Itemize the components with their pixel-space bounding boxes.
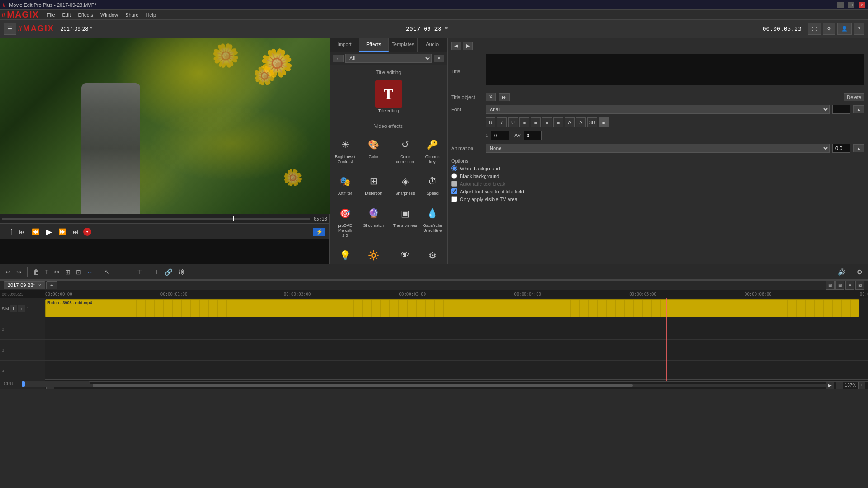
- align-justify-button[interactable]: ≡: [553, 117, 563, 127]
- scrollbar-thumb[interactable]: [93, 384, 633, 387]
- font-outline-btn[interactable]: 3D: [587, 117, 597, 127]
- close-button[interactable]: ✕: [859, 2, 865, 8]
- title-btn[interactable]: T: [43, 267, 51, 277]
- delete-button[interactable]: Delete: [844, 93, 864, 101]
- animation-amount-up[interactable]: ▲: [853, 144, 864, 152]
- step-back-button[interactable]: ⏪: [30, 227, 41, 236]
- maximize-button[interactable]: □: [848, 2, 854, 8]
- menu-help[interactable]: Help: [142, 11, 160, 19]
- zoom-out-btn[interactable]: −: [836, 382, 843, 389]
- close-tab-button[interactable]: ×: [38, 282, 41, 288]
- select-button[interactable]: ↖: [103, 267, 112, 277]
- effect-linsenreflexion[interactable]: 🔆 Linsenreflexion: [359, 243, 389, 264]
- bold-button[interactable]: B: [486, 117, 495, 127]
- font-size-btn[interactable]: A: [565, 117, 575, 127]
- view-btn-4[interactable]: ⊠: [855, 281, 864, 290]
- tab-audio[interactable]: Audio: [418, 38, 447, 52]
- align-left-button[interactable]: ≡: [519, 117, 529, 127]
- delete-clip-button[interactable]: 🗑: [31, 267, 41, 277]
- preview-scrubber[interactable]: 05:23: [0, 214, 329, 223]
- play-button[interactable]: ▶: [44, 226, 54, 238]
- slide-button[interactable]: ⊤: [135, 267, 144, 277]
- redo-button[interactable]: ↪: [14, 267, 24, 277]
- tab-import[interactable]: Import: [330, 38, 359, 52]
- auto-text-break-check[interactable]: [451, 181, 457, 187]
- zoom-in-btn[interactable]: +: [858, 382, 865, 389]
- category-dropdown[interactable]: All: [345, 54, 432, 63]
- title-preview-box[interactable]: [486, 54, 864, 85]
- effect-prodad[interactable]: 🎯 proDAD Mercalli 2.0: [334, 201, 357, 241]
- font-color-btn[interactable]: ■: [599, 117, 609, 127]
- underline-button[interactable]: U: [508, 117, 518, 127]
- font-select[interactable]: Arial: [486, 105, 830, 114]
- menu-file[interactable]: File: [43, 11, 59, 19]
- group-button[interactable]: ⊞: [63, 267, 72, 277]
- scroll-right-btn[interactable]: ▶: [826, 382, 834, 389]
- step-forward-button[interactable]: ⏩: [57, 227, 68, 236]
- animation-amount[interactable]: [832, 144, 850, 153]
- timeline-bar[interactable]: [2, 218, 310, 220]
- minimize-button[interactable]: ─: [837, 2, 844, 8]
- effect-transformers[interactable]: ▣ Transformers: [391, 201, 420, 241]
- help-button-toolbar[interactable]: ?: [854, 23, 864, 35]
- animation-select[interactable]: None: [486, 144, 830, 153]
- volume-button[interactable]: 🔊: [836, 267, 847, 277]
- track-height-btn[interactable]: ↕: [18, 305, 25, 312]
- black-bg-radio[interactable]: [451, 173, 457, 179]
- effect-chroma-key[interactable]: 🔑 Chroma key: [422, 132, 443, 168]
- hamburger-button[interactable]: ☰: [4, 23, 16, 35]
- menu-window[interactable]: Window: [97, 11, 122, 19]
- align-center-button[interactable]: ≡: [531, 117, 541, 127]
- transition-button[interactable]: ⊡: [74, 267, 83, 277]
- title-editing-item[interactable]: T Title editing: [375, 80, 402, 113]
- tab-effects[interactable]: Effects: [359, 38, 389, 52]
- effect-brightness[interactable]: ☀ Brightness/Contrast: [334, 132, 357, 168]
- cut-button[interactable]: ✂: [52, 267, 61, 277]
- menu-effects[interactable]: Effects: [75, 11, 97, 19]
- back-button[interactable]: ←: [333, 55, 344, 62]
- font-size-up[interactable]: ▲: [853, 105, 864, 113]
- video-clip[interactable]: Robin - 3908 - edit.mp4: [45, 299, 859, 317]
- menu-edit[interactable]: Edit: [59, 11, 75, 19]
- effect-general[interactable]: ⚙ General options: [422, 243, 443, 264]
- link-button[interactable]: 🔗: [163, 267, 174, 277]
- effect-color-correction[interactable]: ↺ Color correction: [391, 132, 420, 168]
- record-button[interactable]: ●: [83, 228, 91, 236]
- effect-speed[interactable]: ⏱ Speed: [422, 169, 443, 199]
- title-object-btn2[interactable]: ⏭: [499, 93, 510, 101]
- view-btn-3[interactable]: ≡: [845, 281, 854, 290]
- unlink-button[interactable]: ⛓: [176, 267, 186, 277]
- next-frame-button[interactable]: ⏭: [71, 227, 80, 236]
- split-button[interactable]: ⊥: [152, 267, 161, 277]
- visible-tv-check[interactable]: [451, 196, 457, 202]
- dropdown-arrow[interactable]: ▼: [434, 55, 444, 62]
- timeline-ruler[interactable]: 00:00:00:00 00:00:01:00 00:00:02:00 00:0…: [45, 290, 868, 298]
- italic-button[interactable]: I: [497, 117, 507, 127]
- view-btn-2[interactable]: ⊞: [835, 281, 844, 290]
- undo-button[interactable]: ↩: [4, 267, 13, 277]
- font-size-input[interactable]: 0: [832, 105, 850, 114]
- prev-frame-button[interactable]: ⏮: [17, 227, 27, 236]
- account-button[interactable]: 👤: [837, 23, 852, 35]
- scrollbar-track[interactable]: [54, 384, 826, 387]
- props-nav-left[interactable]: ◀: [451, 42, 461, 50]
- char-spacing-input[interactable]: [524, 131, 542, 140]
- view-btn-1[interactable]: ⊟: [826, 281, 835, 290]
- effect-gaussche[interactable]: 💧 Gaus'sche Unschärfe: [422, 201, 443, 241]
- align-right-button[interactable]: ≡: [542, 117, 552, 127]
- line-spacing-input[interactable]: [491, 131, 509, 140]
- effect-sharpness[interactable]: ◈ Sharpness: [391, 169, 420, 199]
- tab-templates[interactable]: Templates: [389, 38, 418, 52]
- slip-button[interactable]: ⊢: [124, 267, 133, 277]
- add-tab-button[interactable]: +: [46, 281, 57, 289]
- title-object-btn1[interactable]: ✕: [486, 93, 496, 101]
- white-bg-radio[interactable]: [451, 165, 457, 171]
- settings2-button[interactable]: ⚙: [855, 267, 864, 277]
- effect-color[interactable]: 🎨 Color: [359, 132, 389, 168]
- menu-share[interactable]: Share: [122, 11, 142, 19]
- font-shadow-btn[interactable]: A: [576, 117, 586, 127]
- effect-shot-match[interactable]: 🔮 Shot match: [359, 201, 389, 241]
- project-tab[interactable]: 2017-09-28* ×: [4, 281, 45, 289]
- mark-in-button[interactable]: ]: [9, 227, 14, 236]
- ripple-button[interactable]: ⊣: [113, 267, 123, 277]
